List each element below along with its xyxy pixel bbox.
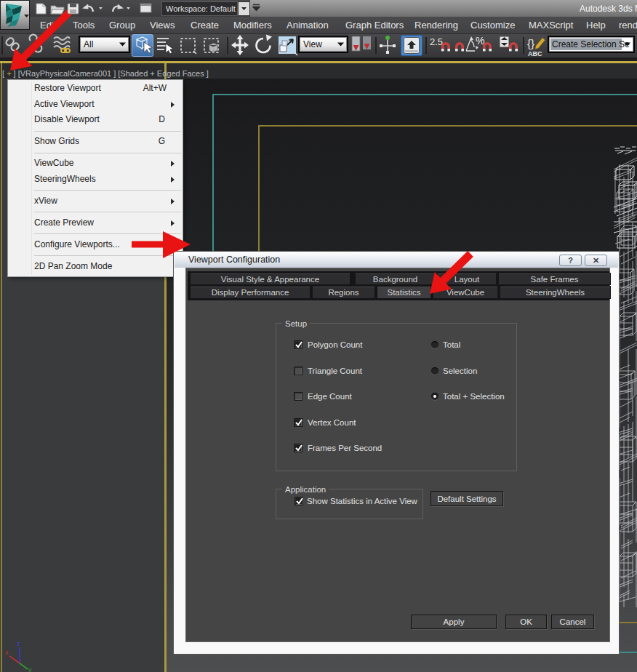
svg-text:View: View bbox=[303, 39, 322, 49]
svg-text:All: All bbox=[84, 39, 93, 49]
svg-text:ABC: ABC bbox=[528, 50, 542, 57]
svg-text:{}: {} bbox=[527, 37, 534, 49]
svg-text:2.5: 2.5 bbox=[430, 36, 443, 47]
svg-text:x: x bbox=[5, 649, 9, 656]
svg-text:z: z bbox=[17, 640, 20, 647]
svg-text:Create Selection Se: Create Selection Se bbox=[552, 39, 630, 49]
svg-text:Workspace: Default: Workspace: Default bbox=[166, 4, 236, 13]
svg-text:y: y bbox=[28, 666, 32, 672]
